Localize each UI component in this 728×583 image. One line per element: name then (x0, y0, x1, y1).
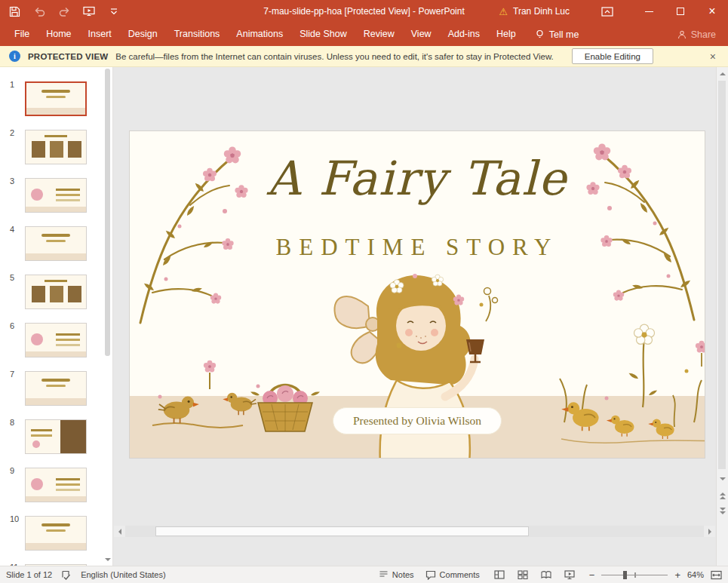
ribbon-tab-help[interactable]: Help (488, 23, 524, 46)
ribbon-tab-add-ins[interactable]: Add-ins (440, 23, 488, 46)
start-slideshow-icon[interactable] (82, 5, 96, 18)
horizontal-scrollbar-thumb[interactable] (155, 526, 529, 536)
scroll-down-icon[interactable] (717, 473, 728, 485)
ribbon-display-options-icon[interactable] (601, 7, 613, 17)
maximize-button[interactable] (665, 0, 696, 23)
birds-illustration (152, 361, 260, 428)
notes-icon (379, 570, 389, 579)
slide-byline-text[interactable]: Presented by Olivia Wilson (333, 407, 502, 434)
slide-thumbnail[interactable]: 10 (0, 514, 87, 562)
slide-thumbnail-list: 1 2 3 4 5 (0, 79, 87, 566)
slide-thumbnail-image[interactable] (25, 371, 87, 406)
slide-thumbnail-number: 3 (0, 176, 23, 224)
banner-close-icon[interactable]: × (707, 50, 719, 63)
zoom-controls: − + 64% (589, 570, 722, 580)
vertical-scrollbar-thumb[interactable] (718, 81, 726, 469)
ribbon-tab-home[interactable]: Home (38, 23, 79, 46)
slide-thumbnail-image[interactable] (25, 226, 87, 261)
slide-sorter-view-button[interactable] (518, 570, 528, 579)
slide-thumbnail-number: 2 (0, 127, 23, 176)
zoom-slider-thumb[interactable] (623, 571, 627, 579)
minimize-button[interactable] (633, 0, 665, 23)
reading-view-button[interactable] (541, 570, 551, 579)
slide-thumbnail[interactable]: 1 (0, 79, 87, 127)
flower-basket-illustration (250, 385, 320, 432)
ducks-illustration (560, 324, 705, 443)
share-button[interactable]: Share (677, 29, 716, 40)
slide-canvas[interactable]: A Fairy Tale BEDTIME STORY Presented by … (130, 131, 705, 458)
slide-thumbnail-number: 5 (0, 272, 23, 321)
slide-thumbnail-image[interactable] (25, 130, 87, 164)
ribbon-tab-review[interactable]: Review (355, 23, 403, 46)
normal-view-button[interactable] (494, 570, 505, 579)
share-icon (677, 30, 687, 39)
zoom-slider[interactable] (601, 570, 668, 580)
ribbon-tab-file[interactable]: File (6, 23, 38, 46)
close-icon: × (708, 5, 715, 17)
slide-thumbnail-number: 6 (0, 321, 23, 369)
slide-thumbnail[interactable]: 8 (0, 417, 87, 465)
protected-view-banner: i PROTECTED VIEW Be careful—files from t… (0, 46, 728, 67)
scroll-up-icon[interactable] (717, 68, 728, 80)
vertical-scrollbar[interactable] (716, 67, 728, 566)
title-bar: 7-mau-slide-pp-hoa [Protected View] - Po… (0, 0, 728, 23)
slide-thumbnail[interactable]: 6 (0, 321, 87, 369)
slide-thumbnail[interactable]: 7 (0, 369, 87, 417)
notes-button[interactable]: Notes (379, 570, 414, 579)
enable-editing-button[interactable]: Enable Editing (572, 48, 653, 64)
ribbon-tab-view[interactable]: View (403, 23, 440, 46)
slide-thumbnail[interactable]: 2 (0, 127, 87, 176)
slide-thumbnail[interactable]: 3 (0, 176, 87, 224)
scroll-right-icon[interactable] (704, 526, 715, 537)
horizontal-scrollbar[interactable] (114, 526, 715, 537)
workspace: 1 2 3 4 5 (0, 67, 728, 566)
slide-thumbnail-image[interactable] (25, 516, 87, 551)
customize-quick-access-icon[interactable] (107, 5, 121, 18)
slide-subtitle-text[interactable]: BEDTIME STORY (130, 234, 705, 261)
fit-to-window-icon[interactable] (711, 570, 722, 580)
previous-slide-button[interactable] (717, 489, 728, 502)
slide-thumbnail-image[interactable] (25, 468, 87, 502)
redo-icon (57, 5, 71, 18)
info-shield-icon: i (9, 51, 20, 62)
zoom-in-icon[interactable]: + (674, 570, 680, 580)
language-indicator[interactable]: English (United States) (81, 570, 166, 579)
ribbon-tab-transitions[interactable]: Transitions (166, 23, 229, 46)
comments-icon (425, 570, 436, 580)
thumbnail-scroll-down-icon[interactable] (103, 555, 112, 564)
thumbnail-scrollbar[interactable] (103, 69, 112, 564)
comments-button[interactable]: Comments (425, 570, 480, 580)
slide-thumbnail[interactable]: 9 (0, 465, 87, 514)
slide-thumbnail-image[interactable] (25, 81, 87, 116)
close-button[interactable]: × (696, 0, 728, 23)
proofing-icon[interactable] (61, 570, 72, 580)
quick-access-toolbar (8, 5, 121, 18)
alert-icon: ⚠ (499, 7, 508, 17)
save-icon[interactable] (8, 5, 21, 18)
slide-thumbnail[interactable]: 4 (0, 224, 87, 272)
slide-thumbnail-image[interactable] (25, 178, 87, 213)
zoom-out-icon[interactable]: − (589, 570, 595, 580)
account-info[interactable]: ⚠ Tran Dinh Luc (499, 6, 570, 17)
slide-thumbnail-number: 4 (0, 224, 23, 272)
thumbnail-scrollbar-thumb[interactable] (105, 69, 110, 356)
ribbon-tab-insert[interactable]: Insert (80, 23, 120, 46)
user-name: Tran Dinh Luc (513, 6, 570, 17)
tell-me-box[interactable]: Tell me (535, 29, 579, 40)
ribbon-tab-slide-show[interactable]: Slide Show (291, 23, 355, 46)
slide-thumbnail-image[interactable] (25, 323, 87, 357)
ribbon-tab-animations[interactable]: Animations (228, 23, 291, 46)
status-bar: Slide 1 of 12 English (United States) No… (0, 566, 728, 583)
slide-title-text[interactable]: A Fairy Tale (130, 151, 705, 206)
view-switcher (494, 570, 575, 580)
slide-thumbnail[interactable]: 5 (0, 272, 87, 321)
next-slide-button[interactable] (717, 505, 728, 517)
scroll-left-icon[interactable] (114, 526, 125, 537)
slide-thumbnail-image[interactable] (25, 419, 87, 454)
minimize-icon (645, 11, 653, 12)
slideshow-view-button[interactable] (564, 570, 575, 580)
ribbon-tab-design[interactable]: Design (120, 23, 166, 46)
slide-thumbnail-number: 8 (0, 417, 23, 465)
slide-thumbnail-image[interactable] (25, 275, 87, 309)
zoom-level[interactable]: 64% (687, 570, 704, 579)
